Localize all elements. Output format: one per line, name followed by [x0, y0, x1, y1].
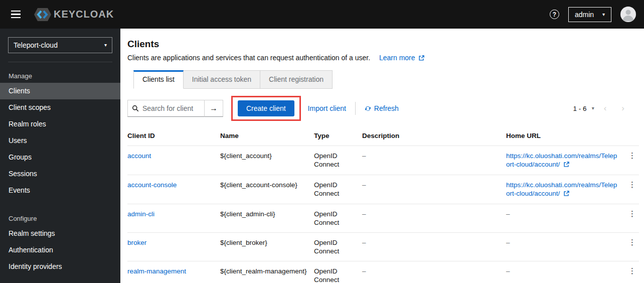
pagination-caret-icon[interactable]: ▾ [592, 106, 594, 111]
toolbar: → Create client Import client Refresh 1 … [127, 96, 637, 121]
client-id-link[interactable]: account-console [127, 181, 177, 189]
sidebar-item-sessions[interactable]: Sessions [0, 166, 120, 182]
keycloak-logo[interactable]: KEYCLOAK [33, 7, 114, 23]
realm-selector-label: Teleport-cloud [14, 41, 58, 49]
pagination-range-label: 1 - 6 [573, 105, 587, 112]
client-id-cell: account [127, 146, 220, 175]
column-header-actions [625, 126, 639, 146]
actions-cell: ⋮ [625, 146, 639, 175]
type-cell: OpenID Connect [314, 146, 362, 175]
help-icon[interactable]: ? [550, 10, 559, 19]
sidebar-item-identity-providers[interactable]: Identity providers [0, 258, 120, 275]
kebab-menu-icon[interactable]: ⋮ [625, 239, 639, 246]
kebab-menu-icon[interactable]: ⋮ [625, 181, 639, 188]
table-row: broker${client_broker}OpenID Connect––⋮ [127, 233, 639, 261]
search-group: → [127, 100, 223, 117]
kebab-menu-icon[interactable]: ⋮ [625, 267, 639, 274]
sidebar-item-authentication[interactable]: Authentication [0, 242, 120, 258]
learn-more-label: Learn more [379, 54, 415, 62]
sidebar-item-realm-settings[interactable]: Realm settings [0, 225, 120, 242]
type-cell: OpenID Connect [314, 261, 362, 283]
sidebar-item-clients[interactable]: Clients [0, 83, 120, 99]
search-icon [132, 105, 139, 112]
name-cell: ${client_account-console} [220, 175, 314, 204]
client-id-cell: realm-management [127, 261, 220, 283]
create-client-button[interactable]: Create client [238, 100, 294, 116]
tab-clients-list[interactable]: Clients list [133, 70, 184, 89]
import-client-link[interactable]: Import client [308, 104, 346, 112]
home-url-cell: https://kc.oluoshati.com/realms/Teleport… [506, 146, 625, 175]
learn-more-link[interactable]: Learn more [379, 54, 424, 62]
sidebar-item-events[interactable]: Events [0, 182, 120, 199]
table-row: account${client_account}OpenID Connect–h… [127, 146, 639, 175]
actions-cell: ⋮ [625, 233, 639, 261]
brand-wordmark: KEYCLOAK [54, 9, 114, 20]
name-cell: ${client_realm-management} [220, 261, 314, 283]
type-cell: OpenID Connect [314, 175, 362, 204]
empty-value: – [506, 267, 510, 275]
column-header: Type [314, 126, 362, 146]
client-id-link[interactable]: admin-cli [127, 210, 154, 218]
client-id-link[interactable]: realm-management [127, 267, 186, 275]
column-header: Name [220, 126, 314, 146]
sidebar-item-users[interactable]: Users [0, 132, 120, 149]
client-id-cell: admin-cli [127, 204, 220, 233]
client-id-link[interactable]: account [127, 152, 151, 160]
user-menu-dropdown[interactable]: admin ▾ [568, 7, 611, 22]
red-annotation-box: Create client [231, 96, 301, 121]
empty-value: – [506, 239, 510, 246]
home-url-cell: https://kc.oluoshati.com/realms/Teleport… [506, 175, 625, 204]
page-description: Clients are applications and services th… [127, 54, 637, 62]
name-cell: ${client_admin-cli} [220, 204, 314, 233]
home-url-link[interactable]: https://kc.oluoshati.com/realms/Teleport… [506, 152, 617, 168]
home-url-cell: – [506, 261, 625, 283]
chevron-down-icon: ▾ [104, 43, 107, 48]
sidebar-item-realm-roles[interactable]: Realm roles [0, 116, 120, 132]
pagination-top: 1 - 6 ▾ ‹ › [573, 103, 637, 113]
home-url-cell: – [506, 204, 625, 233]
client-id-cell: broker [127, 233, 220, 261]
main-content: Clients Clients are applications and ser… [120, 29, 644, 283]
page-title: Clients [127, 39, 637, 50]
client-id-link[interactable]: broker [127, 239, 146, 246]
toolbar-divider [355, 102, 356, 115]
search-submit-button[interactable]: → [205, 100, 223, 117]
clients-table: Client IDNameTypeDescriptionHome URL acc… [127, 126, 639, 283]
nav-list: Realm settingsAuthenticationIdentity pro… [0, 225, 120, 275]
empty-value: – [506, 210, 510, 218]
actions-cell: ⋮ [625, 261, 639, 283]
tab-initial-access-token[interactable]: Initial access token [184, 70, 260, 89]
sidebar: Teleport-cloud ▾ ManageClientsClient sco… [0, 29, 120, 283]
search-input[interactable] [142, 104, 198, 112]
external-link-icon [564, 161, 569, 169]
tab-client-registration[interactable]: Client registration [260, 70, 333, 89]
table-row: realm-management${client_realm-managemen… [127, 261, 639, 283]
hamburger-menu-icon[interactable] [9, 9, 23, 21]
masthead: KEYCLOAK ? admin ▾ [0, 0, 644, 29]
external-link-icon [564, 190, 569, 198]
name-cell: ${client_account} [220, 146, 314, 175]
column-header: Home URL [506, 126, 625, 146]
nav-section: ConfigureRealm settingsAuthenticationIde… [0, 212, 120, 275]
column-header: Description [362, 126, 506, 146]
chevron-left-icon[interactable]: ‹ [598, 103, 612, 113]
table-header-row: Client IDNameTypeDescriptionHome URL [127, 126, 639, 146]
table-row: account-console${client_account-console}… [127, 175, 639, 204]
sidebar-item-client-scopes[interactable]: Client scopes [0, 99, 120, 116]
description-cell: – [362, 146, 506, 175]
kebab-menu-icon[interactable]: ⋮ [625, 210, 639, 217]
avatar[interactable] [620, 7, 636, 22]
search-box [127, 100, 205, 117]
description-cell: – [362, 175, 506, 204]
home-url-link[interactable]: https://kc.oluoshati.com/realms/Teleport… [506, 181, 617, 197]
client-id-cell: account-console [127, 175, 220, 204]
kebab-menu-icon[interactable]: ⋮ [625, 152, 639, 159]
chevron-right-icon[interactable]: › [616, 103, 630, 113]
description-cell: – [362, 261, 506, 283]
refresh-link[interactable]: Refresh [365, 104, 399, 112]
type-cell: OpenID Connect [314, 204, 362, 233]
external-link-icon [419, 54, 424, 62]
realm-selector-dropdown[interactable]: Teleport-cloud ▾ [8, 37, 112, 53]
sidebar-item-groups[interactable]: Groups [0, 149, 120, 166]
description-cell: – [362, 233, 506, 261]
